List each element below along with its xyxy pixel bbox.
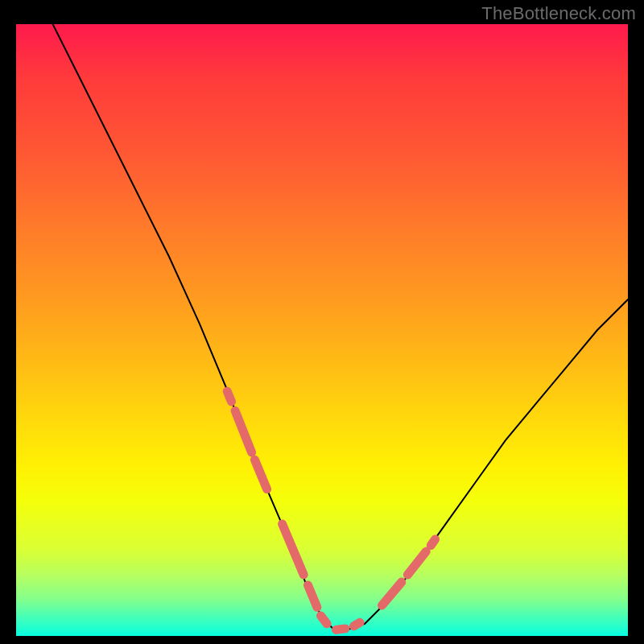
chart-svg <box>16 24 628 636</box>
plot-area <box>16 24 628 636</box>
highlight-dash <box>336 629 345 630</box>
highlight-dash <box>308 585 317 607</box>
highlight-dash <box>283 524 304 575</box>
bottleneck-curve <box>53 24 628 630</box>
highlight-segments <box>227 391 435 630</box>
highlight-dash <box>235 411 252 452</box>
watermark-text: TheBottleneck.com <box>481 3 636 24</box>
highlight-dash <box>354 622 361 626</box>
highlight-dash <box>321 616 328 624</box>
canvas: TheBottleneck.com <box>0 0 644 644</box>
highlight-dash <box>227 391 231 402</box>
highlight-dash <box>407 551 426 575</box>
highlight-dash <box>254 460 266 489</box>
highlight-dash <box>431 539 435 546</box>
highlight-dash <box>382 582 402 605</box>
